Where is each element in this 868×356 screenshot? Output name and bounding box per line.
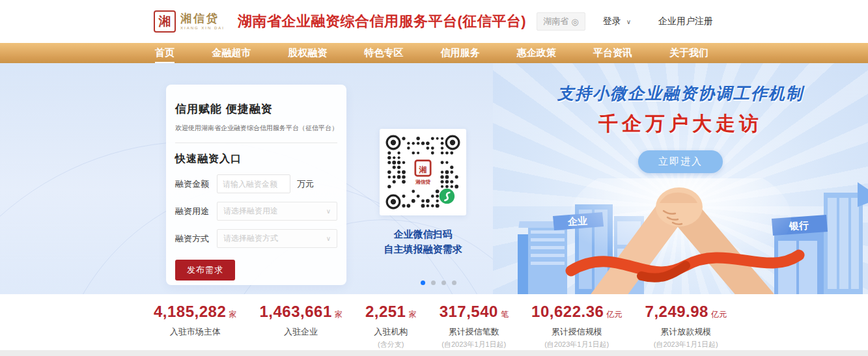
brand-logo[interactable]: 湘 湘信贷 XIANG XIN DAI <box>154 10 225 33</box>
bottom-strip <box>0 350 868 356</box>
card-subtitle: 欢迎使用湖南省企业融资综合信用服务平台（征信平台） <box>175 124 337 133</box>
stat-credit-scale: 10,622.36亿元 累计授信规模 (自2023年1月1日起) <box>531 303 622 349</box>
stat-note: (自2023年1月1日起) <box>531 340 622 349</box>
logo-seal-icon: 湘 <box>154 10 176 33</box>
stat-unit: 亿元 <box>711 310 727 319</box>
banner-title-red: 千企万户大走访 <box>493 111 868 137</box>
carousel-dots <box>421 281 456 285</box>
chevron-down-icon: ∨ <box>326 235 331 242</box>
top-header: 湘 湘信贷 XIANG XIN DAI 湖南省企业融资综合信用服务平台(征信平台… <box>0 0 868 43</box>
enter-now-button[interactable]: 立即进入 <box>638 150 723 173</box>
banner-illustration: 企业 银行 <box>493 178 868 294</box>
publish-demand-button[interactable]: 发布需求 <box>175 260 235 281</box>
stat-label: 累计授信规模 <box>531 326 622 338</box>
qr-zone: 湘 湘信贷 企业微信扫码 自主填报融资需求 <box>380 129 466 257</box>
nav-item-equity-financing[interactable]: 股权融资 <box>287 46 328 61</box>
nav-item-financial-market[interactable]: 金融超市 <box>210 46 252 61</box>
stat-market-entities: 4,185,282家 入驻市场主体 <box>154 303 236 338</box>
carousel-dot-3[interactable] <box>441 281 446 285</box>
stat-enterprises: 1,463,661家 入驻企业 <box>259 303 342 338</box>
amount-input[interactable] <box>217 174 290 193</box>
quick-entry-title: 快速融资入口 <box>175 152 337 166</box>
amount-unit: 万元 <box>297 178 314 190</box>
stat-note: (自2023年1月1日起) <box>440 340 509 349</box>
nav-item-home[interactable]: 首页 <box>154 46 176 61</box>
stats-bar: 4,185,282家 入驻市场主体 1,463,661家 入驻企业 2,251家… <box>0 294 868 350</box>
chevron-down-icon: ∨ <box>626 18 631 25</box>
purpose-row: 融资用途 请选择融资用途 ∨ <box>175 202 337 221</box>
nav-item-enterprise-policy[interactable]: 惠企政策 <box>516 46 557 61</box>
purpose-select[interactable]: 请选择融资用途 ∨ <box>217 202 337 221</box>
region-label: 湖南省 <box>543 16 568 27</box>
page: 湘 湘信贷 XIANG XIN DAI 湖南省企业融资综合信用服务平台(征信平台… <box>0 0 868 356</box>
logo-cn: 湘信贷 <box>180 13 225 24</box>
handshake-illustration <box>493 178 868 294</box>
stat-value: 7,249.98 <box>645 303 708 320</box>
main-nav: 首页 金融超市 股权融资 特色专区 信用服务 惠企政策 平台资讯 关于我们 <box>0 43 868 63</box>
stat-label: 入驻机构 <box>365 326 417 338</box>
login-button[interactable]: 登录 ∨ <box>603 16 631 27</box>
logo-en: XIANG XIN DAI <box>180 26 225 30</box>
register-link[interactable]: 企业用户注册 <box>658 16 713 27</box>
svg-text:湘: 湘 <box>419 165 427 174</box>
qr-caption-line2: 自主填报融资需求 <box>380 241 466 256</box>
stat-unit: 家 <box>229 310 236 319</box>
nav-item-credit-service[interactable]: 信用服务 <box>440 46 481 61</box>
stat-institutions: 2,251家 入驻机构 (含分支) <box>365 303 417 349</box>
method-label: 融资方式 <box>175 233 212 245</box>
carousel-dot-2[interactable] <box>431 281 436 285</box>
qr-caption-line1: 企业微信扫码 <box>380 226 466 241</box>
location-icon: ◎ <box>571 17 578 27</box>
stat-value: 317,540 <box>440 303 498 320</box>
stat-value: 4,185,282 <box>154 303 226 320</box>
stat-unit: 笔 <box>501 310 509 319</box>
carousel-dot-4[interactable] <box>452 281 456 285</box>
stat-label: 累计授信笔数 <box>440 326 509 338</box>
stat-note: (含分支) <box>365 340 417 349</box>
qr-center-logo-text: 湘信贷 <box>415 179 430 185</box>
stat-label: 累计放款规模 <box>645 326 727 338</box>
auth-links: 登录 ∨ 企业用户注册 <box>603 16 713 27</box>
stat-unit: 亿元 <box>606 310 622 319</box>
stat-unit: 家 <box>408 310 416 319</box>
stat-credit-count: 317,540笔 累计授信笔数 (自2023年1月1日起) <box>440 303 509 349</box>
carousel-dot-1[interactable] <box>421 281 425 285</box>
quick-financing-card: 信用赋能 便捷融资 欢迎使用湖南省企业融资综合信用服务平台（征信平台） 快速融资… <box>166 85 346 285</box>
card-title: 信用赋能 便捷融资 <box>175 102 337 116</box>
stat-note: (自2023年1月1日起) <box>645 340 727 349</box>
stat-label: 入驻企业 <box>259 326 342 338</box>
nav-item-about-us[interactable]: 关于我们 <box>668 46 710 61</box>
region-selector[interactable]: 湖南省 ◎ <box>537 12 585 31</box>
promo-banner[interactable]: 企业 银行 <box>493 63 868 294</box>
banner-title-blue: 支持小微企业融资协调工作机制 <box>493 83 868 104</box>
qr-caption: 企业微信扫码 自主填报融资需求 <box>380 226 466 257</box>
amount-label: 融资金额 <box>175 178 212 190</box>
stat-label: 入驻市场主体 <box>154 326 236 338</box>
divider <box>175 143 337 143</box>
stat-value: 10,622.36 <box>531 303 604 320</box>
stat-value: 2,251 <box>365 303 406 320</box>
logo-text: 湘信贷 XIANG XIN DAI <box>180 13 225 30</box>
method-select[interactable]: 请选择融资方式 ∨ <box>217 229 337 248</box>
stat-loan-scale: 7,249.98亿元 累计放款规模 (自2023年1月1日起) <box>645 303 727 349</box>
nav-item-platform-news[interactable]: 平台资讯 <box>592 46 634 61</box>
method-placeholder: 请选择融资方式 <box>223 233 278 244</box>
wechat-qr-code: 湘 湘信贷 <box>380 129 466 215</box>
nav-item-special-zone[interactable]: 特色专区 <box>363 46 404 61</box>
stat-value: 1,463,661 <box>259 303 331 320</box>
page-title: 湖南省企业融资综合信用服务平台(征信平台) <box>238 12 526 31</box>
login-label: 登录 <box>603 16 621 26</box>
purpose-placeholder: 请选择融资用途 <box>223 206 278 217</box>
chevron-down-icon: ∨ <box>326 208 331 215</box>
stat-unit: 家 <box>335 310 343 319</box>
amount-row: 融资金额 万元 <box>175 174 337 193</box>
hero-section: 信用赋能 便捷融资 欢迎使用湖南省企业融资综合信用服务平台（征信平台） 快速融资… <box>0 63 868 294</box>
purpose-label: 融资用途 <box>175 206 212 217</box>
method-row: 融资方式 请选择融资方式 ∨ <box>175 229 337 248</box>
